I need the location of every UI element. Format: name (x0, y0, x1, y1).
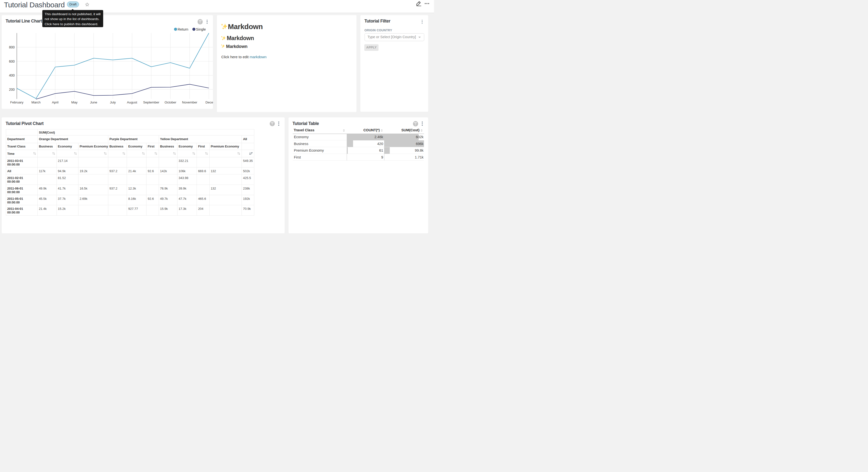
svg-text:Dece: Dece (206, 100, 213, 104)
svg-text:400: 400 (9, 73, 15, 77)
svg-text:April: April (52, 100, 58, 104)
svg-text:Single: Single (196, 27, 206, 31)
svg-text:Return: Return (178, 27, 188, 31)
svg-text:800: 800 (9, 45, 15, 49)
svg-text:September: September (143, 100, 160, 104)
svg-text:March: March (31, 100, 40, 104)
svg-text:May: May (71, 100, 78, 104)
svg-text:August: August (127, 100, 137, 104)
svg-text:October: October (164, 100, 177, 104)
svg-text:July: July (110, 100, 116, 104)
svg-text:February: February (10, 100, 24, 104)
svg-text:600: 600 (9, 59, 15, 63)
svg-text:200: 200 (9, 87, 15, 91)
svg-text:November: November (182, 100, 197, 104)
svg-text:June: June (90, 100, 97, 104)
